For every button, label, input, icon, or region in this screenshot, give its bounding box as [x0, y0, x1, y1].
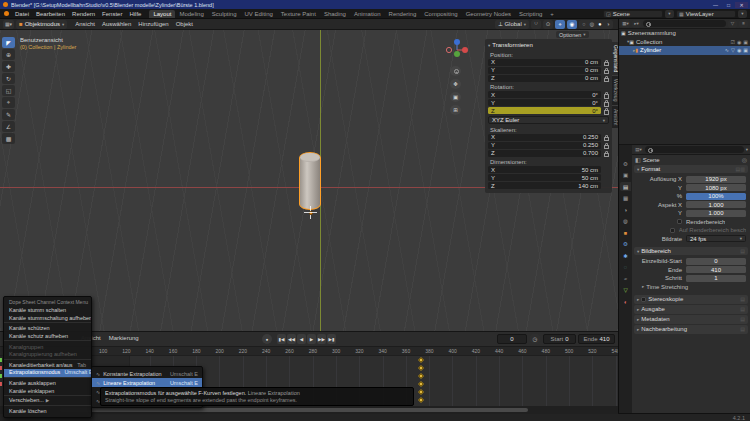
- properties-tab-world[interactable]: ◍: [620, 217, 631, 226]
- workspace-tab[interactable]: Modeling: [175, 10, 207, 18]
- sidebar-tab[interactable]: Ansicht: [612, 106, 618, 128]
- sidebar-tab[interactable]: Gegenstand: [612, 42, 618, 75]
- properties-tab-view-layer[interactable]: ▦: [620, 194, 631, 203]
- workspace-tab[interactable]: Shading: [320, 10, 350, 18]
- context-menu-item[interactable]: Kanäle stumm schalten: [4, 306, 91, 315]
- tool-button-select-box[interactable]: ◤: [2, 37, 15, 48]
- maximize-button[interactable]: □: [722, 2, 735, 8]
- pin-icon[interactable]: ◎: [742, 156, 747, 163]
- mode-selector[interactable]: ■ Objektmodus ▾: [16, 20, 67, 29]
- properties-search-input[interactable]: [645, 146, 744, 153]
- outliner-display-mode-icon[interactable]: ▦▾: [621, 20, 630, 28]
- context-menu-item[interactable]: Kanäle schutz aufheben: [4, 333, 91, 342]
- value-field[interactable]: X 0.250: [488, 134, 601, 141]
- format-panel-header[interactable]: ▾ Format ▤▥: [634, 165, 748, 173]
- camera-render-icon[interactable]: ▣: [743, 39, 748, 45]
- lock-icon[interactable]: [603, 108, 609, 113]
- camera-view-icon[interactable]: ▣: [450, 92, 461, 102]
- properties-tab-output[interactable]: ▤: [620, 182, 631, 191]
- tool-button-transform[interactable]: ⌖: [2, 97, 15, 108]
- number-field[interactable]: 1: [686, 275, 746, 282]
- tool-button-rotate[interactable]: ↻: [2, 73, 15, 84]
- context-menu-item[interactable]: Kanäle stummschaltung aufheben: [4, 315, 91, 324]
- value-field[interactable]: Y 0°: [488, 99, 601, 106]
- transform-orientation-select[interactable]: ⟂ Global ▾: [495, 20, 529, 29]
- submenu-item[interactable]: ∿ Lineare Extrapolation Umschalt E: [92, 378, 202, 387]
- play-reverse-button[interactable]: ◀: [297, 334, 306, 344]
- timeline-ruler[interactable]: 1001201401601802002202402602803003203403…: [0, 347, 618, 356]
- workspace-tab[interactable]: Texture Paint: [277, 10, 320, 18]
- collapsed-panel-header[interactable]: ▸ Ausgabe ▤: [634, 305, 748, 314]
- menu-item[interactable]: Hilfe: [126, 11, 144, 17]
- sidebar-tab[interactable]: Werkzeug: [612, 76, 618, 104]
- close-button[interactable]: ✕: [735, 2, 748, 8]
- properties-options-icon[interactable]: ▾: [746, 147, 748, 152]
- prev-keyframe-button[interactable]: ◀◀: [287, 334, 296, 344]
- keyframe-diamond[interactable]: [418, 381, 424, 387]
- filter-funnel-icon[interactable]: ▽: [728, 20, 737, 28]
- context-menu-item[interactable]: Kanaleditierbarkeit an/aus Tab: [4, 361, 91, 370]
- time-stretching-subpanel[interactable]: ▸ Time Stretching: [638, 283, 746, 291]
- properties-tab-data[interactable]: ▽: [620, 286, 631, 295]
- show-overlays-toggle[interactable]: ◉: [567, 20, 577, 29]
- scene-selector[interactable]: ◲ Scene: [603, 10, 663, 18]
- submenu-item[interactable]: ∿ Konstante Extrapolation Umschalt E: [92, 369, 202, 378]
- tool-button-annotate[interactable]: ✎: [2, 109, 15, 120]
- number-field[interactable]: 100%: [686, 193, 746, 200]
- transform-panel-header[interactable]: ▾ Transformieren: [488, 41, 609, 49]
- number-field[interactable]: 0: [686, 258, 746, 265]
- value-field[interactable]: Z 0 cm: [488, 75, 601, 82]
- value-field[interactable]: X 50 cm: [488, 166, 601, 173]
- viewlayer-browse-button[interactable]: ▾: [738, 10, 747, 18]
- value-field[interactable]: X 0 cm: [488, 59, 601, 66]
- workspace-tab[interactable]: Sculpting: [208, 10, 241, 18]
- rendered-shading-icon[interactable]: ◑: [604, 21, 612, 27]
- play-button[interactable]: ▶: [307, 334, 316, 344]
- lock-icon[interactable]: [603, 68, 609, 73]
- keyframe-diamond[interactable]: [418, 357, 424, 363]
- tool-button-move[interactable]: ✚: [2, 61, 15, 72]
- camera-render-icon[interactable]: ▣: [743, 47, 748, 53]
- snap-magnet-icon[interactable]: ∩: [531, 20, 541, 29]
- material-preview-icon[interactable]: ●: [596, 21, 604, 27]
- viewport-menu-item[interactable]: Ansicht: [72, 21, 98, 27]
- editor-type-icon[interactable]: ▦▾: [3, 20, 14, 29]
- jump-end-button[interactable]: ▶▮: [327, 334, 336, 344]
- context-menu-item[interactable]: Kanäle löschen: [4, 407, 91, 416]
- properties-tab-material[interactable]: ◐: [620, 297, 631, 306]
- collapsed-panel-header[interactable]: ▸ Metadaten ▤: [634, 315, 748, 324]
- lock-icon[interactable]: [603, 100, 609, 105]
- show-gizmo-toggle[interactable]: ⌖: [555, 20, 565, 29]
- collapsed-panel-header[interactable]: ▸ Stereoskopie ▤: [634, 295, 748, 304]
- context-menu-item[interactable]: Extrapolationsmodus Umschalt E ▶: [4, 369, 91, 378]
- properties-tab-modifiers[interactable]: ⚙: [620, 240, 631, 249]
- viewport-menu-item[interactable]: Objekt: [173, 21, 196, 27]
- workspace-tab[interactable]: +: [546, 10, 558, 18]
- lock-icon[interactable]: [603, 151, 609, 156]
- timeline-menu-item[interactable]: Markierung: [106, 335, 142, 341]
- workspace-tab[interactable]: Geometry Nodes: [462, 10, 515, 18]
- scene-browse-button[interactable]: ▾: [665, 10, 674, 18]
- lock-icon[interactable]: [603, 76, 609, 81]
- number-field[interactable]: 410: [686, 266, 746, 273]
- value-field[interactable]: Y 50 cm: [488, 174, 601, 181]
- properties-tab-constraints[interactable]: ≈: [620, 274, 631, 283]
- workspace-tab[interactable]: Layout: [149, 10, 175, 18]
- outliner-new-collection-icon[interactable]: ▸▾: [632, 20, 641, 28]
- value-field[interactable]: Y 0.250: [488, 142, 601, 149]
- next-keyframe-button[interactable]: ▶▶: [317, 334, 326, 344]
- navigation-gizmo[interactable]: [444, 37, 470, 63]
- properties-tab-object[interactable]: ■: [620, 228, 631, 237]
- viewport-menu-item[interactable]: Auswählen: [99, 21, 134, 27]
- perspective-toggle-icon[interactable]: ⊞: [450, 105, 461, 115]
- value-field[interactable]: Y 0 cm: [488, 67, 601, 74]
- workspace-tab[interactable]: Rendering: [385, 10, 421, 18]
- number-field[interactable]: 1.000: [686, 201, 746, 208]
- cylinder-object[interactable]: [299, 152, 321, 210]
- context-menu-item[interactable]: Kanalgruppierung aufheben: [4, 351, 91, 360]
- outliner-row-scene-collection[interactable]: ▣ Szenensammlung: [619, 29, 750, 38]
- number-field[interactable]: 1920 px: [686, 176, 746, 183]
- zoom-icon[interactable]: [450, 66, 461, 76]
- auto-key-icon[interactable]: ●: [262, 334, 272, 344]
- properties-tab-scene[interactable]: ◑: [620, 205, 631, 214]
